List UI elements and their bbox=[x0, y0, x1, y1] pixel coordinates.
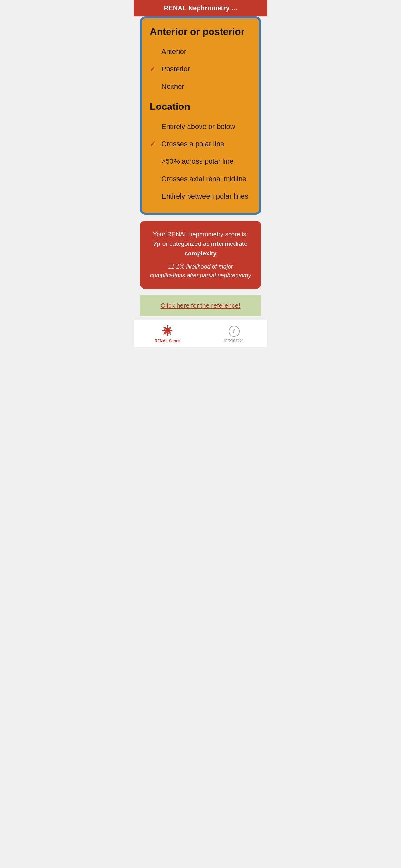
anterior-posterior-title: Anterior or posterior bbox=[150, 26, 251, 37]
label-entirely-between-polar: Entirely between polar lines bbox=[161, 192, 248, 200]
option-crosses-polar-line[interactable]: ✓ Crosses a polar line bbox=[150, 135, 251, 153]
label-entirely-above-below: Entirely above or below bbox=[161, 122, 235, 131]
label-50-percent-polar: >50% across polar line bbox=[161, 157, 234, 166]
snowflake-icon bbox=[162, 325, 173, 337]
check-posterior: ✓ bbox=[150, 65, 161, 73]
location-section: Location Entirely above or below ✓ Cross… bbox=[150, 101, 251, 205]
score-prefix: Your RENAL nephrometry score is: bbox=[153, 231, 248, 238]
score-suffix: or categorized as bbox=[160, 240, 211, 247]
option-posterior[interactable]: ✓ Posterior bbox=[150, 60, 251, 78]
label-crosses-axial-midline: Crosses axial renal midline bbox=[161, 175, 246, 183]
option-50-percent-polar[interactable]: >50% across polar line bbox=[150, 153, 251, 170]
nav-information[interactable]: i Information bbox=[201, 323, 267, 345]
label-posterior: Posterior bbox=[161, 65, 190, 73]
result-likelihood: 11.1% likelihood of major complications … bbox=[150, 262, 251, 280]
reference-banner: Click here for the reference! bbox=[140, 295, 261, 316]
label-crosses-polar-line: Crosses a polar line bbox=[161, 140, 224, 148]
option-entirely-between-polar[interactable]: Entirely between polar lines bbox=[150, 188, 251, 205]
header-title: RENAL Nephrometry ... bbox=[164, 4, 237, 11]
nav-renal-score[interactable]: RENAL Score bbox=[134, 323, 201, 345]
checkmark-posterior: ✓ bbox=[150, 65, 156, 73]
check-crosses-polar-line: ✓ bbox=[150, 140, 161, 148]
result-card: Your RENAL nephrometry score is: 7p or c… bbox=[140, 221, 261, 289]
scroll-area: Anterior or posterior Anterior ✓ Posteri… bbox=[134, 17, 267, 320]
option-neither[interactable]: Neither bbox=[150, 78, 251, 95]
option-anterior[interactable]: Anterior bbox=[150, 43, 251, 60]
label-neither: Neither bbox=[161, 82, 184, 91]
option-crosses-axial-midline[interactable]: Crosses axial renal midline bbox=[150, 170, 251, 188]
app-header: RENAL Nephrometry ... bbox=[134, 0, 267, 17]
anterior-posterior-section: Anterior or posterior Anterior ✓ Posteri… bbox=[150, 26, 251, 95]
label-anterior: Anterior bbox=[161, 48, 186, 56]
reference-link[interactable]: Click here for the reference! bbox=[161, 302, 241, 309]
result-score-text: Your RENAL nephrometry score is: 7p or c… bbox=[150, 229, 251, 258]
nav-information-label: Information bbox=[224, 338, 243, 343]
option-entirely-above-below[interactable]: Entirely above or below bbox=[150, 118, 251, 135]
location-title: Location bbox=[150, 101, 251, 112]
score-value: 7p bbox=[153, 240, 160, 247]
info-icon: i bbox=[228, 326, 240, 337]
nav-renal-score-label: RENAL Score bbox=[155, 339, 180, 343]
bottom-nav: RENAL Score i Information bbox=[134, 320, 267, 347]
checkmark-crosses-polar-line: ✓ bbox=[150, 140, 156, 148]
main-card: Anterior or posterior Anterior ✓ Posteri… bbox=[140, 17, 261, 215]
